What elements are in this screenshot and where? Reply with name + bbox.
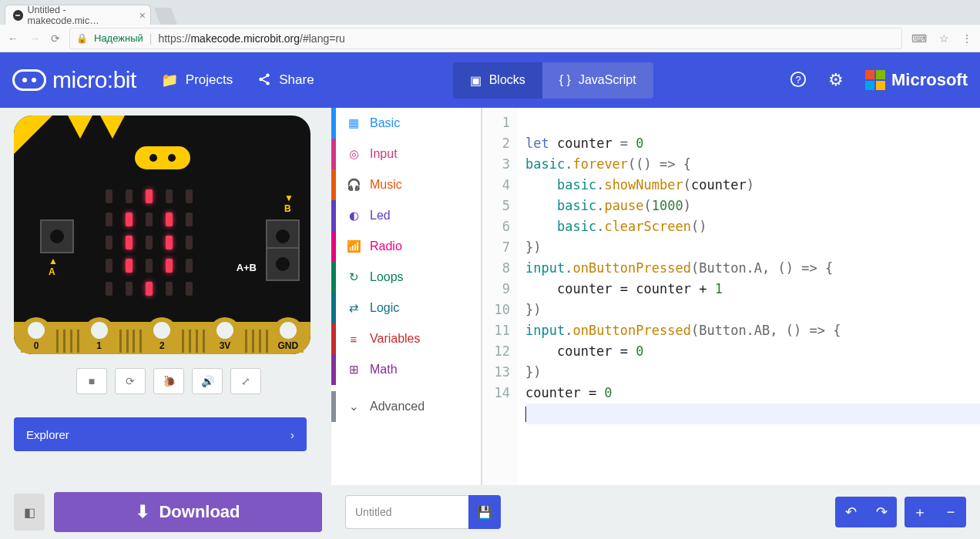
browser-tab[interactable]: Untitled - makecode.mic… × [5,5,151,25]
shuffle-icon: ⇄ [347,301,361,315]
microbit-logo[interactable]: micro:bit [12,67,136,93]
bottom-bar: ◧ ⬇ Download 💾 ↶ ↷ ＋ − [0,485,980,539]
address-bar: ← → ⟳ 🔒 Надежный | https://makecode.micr… [0,25,980,52]
zoom-group: ＋ − [904,497,966,527]
usb-connector-icon [135,146,190,169]
category-logic[interactable]: ⇄Logic [331,293,481,323]
explorer-label: Explorer [26,428,69,441]
line-gutter: 1234567891011121314 [482,108,518,485]
url-text: https://makecode.microbit.org/#lang=ru [158,32,344,45]
label-ab: A+B [237,262,257,273]
category-label: Loops [370,270,404,284]
microsoft-squares-icon [865,70,885,90]
category-label: Basic [370,116,400,130]
fullscreen-button[interactable]: ⤢ [230,368,261,394]
signal-icon: 📶 [347,239,361,253]
category-music[interactable]: 🎧Music [331,169,481,200]
category-math[interactable]: ⊞Math [331,354,481,385]
translate-icon[interactable]: ⌨ [911,32,927,45]
browser-tabstrip: Untitled - makecode.mic… × [0,0,980,25]
redo-button[interactable]: ↷ [866,497,897,527]
mute-button[interactable]: 🔊 [192,368,223,394]
back-icon[interactable]: ← [8,32,18,45]
blocks-tab[interactable]: ▣ Blocks [453,62,542,99]
app-header: micro:bit 📁 Projects Share ▣ Blocks { } … [0,52,980,108]
tab-title: Untitled - makecode.mic… [28,5,129,26]
javascript-tab[interactable]: { } JavaScript [542,62,653,99]
calculator-icon: ⊞ [347,363,361,377]
simulator-controls: ■ ⟳ 🐌 🔊 ⤢ [14,368,324,394]
zoom-in-button[interactable]: ＋ [904,497,935,527]
toggle-icon: ◐ [347,209,361,223]
lock-icon: 🔒 [76,33,88,44]
simulator-panel: A B A+B 0 1 2 3V GND [0,108,331,485]
favicon-icon [13,10,23,21]
pin-2[interactable]: 2 [146,317,177,353]
microsoft-logo[interactable]: Microsoft [865,70,968,90]
logo-emblem-icon [12,69,46,91]
pin-1[interactable]: 1 [84,317,115,353]
list-icon: ≡ [347,333,361,346]
category-basic[interactable]: ▦Basic [331,108,481,139]
snail-button[interactable]: 🐌 [153,368,184,394]
explorer-button[interactable]: Explorer › [14,417,307,451]
reload-icon[interactable]: ⟳ [51,32,60,45]
category-label: Advanced [370,400,425,413]
collapse-sim-button[interactable]: ◧ [14,494,45,531]
button-ab[interactable] [266,247,300,281]
pin-3v[interactable]: 3V [210,317,240,353]
menu-icon[interactable]: ⋮ [962,32,972,45]
category-radio[interactable]: 📶Radio [331,231,481,262]
edge-connector: 0 1 2 3V GND [14,316,310,354]
bookmark-icon[interactable]: ☆ [939,32,949,45]
download-button[interactable]: ⬇ Download [54,492,322,532]
pin-gnd[interactable]: GND [273,317,304,353]
category-sidebar: ▦Basic ◎Input 🎧Music ◐Led 📶Radio ↻Loops … [331,108,482,485]
blocks-label: Blocks [489,73,525,87]
category-variables[interactable]: ≡Variables [331,323,481,354]
headphones-icon: 🎧 [347,178,361,192]
led-matrix [99,185,199,300]
category-label: Led [370,209,391,223]
stop-button[interactable]: ■ [76,368,107,394]
category-label: Math [370,363,398,377]
save-button[interactable]: 💾 [468,495,501,529]
category-loops[interactable]: ↻Loops [331,262,481,293]
category-label: Music [370,178,402,192]
pin-0[interactable]: 0 [21,317,52,353]
category-input[interactable]: ◎Input [331,139,481,169]
share-button[interactable]: Share [257,72,314,89]
forward-icon[interactable]: → [29,32,40,45]
projects-button[interactable]: 📁 Projects [161,72,233,89]
button-a[interactable] [40,219,74,253]
zoom-out-button[interactable]: − [935,497,966,527]
url-input[interactable]: 🔒 Надежный | https://makecode.microbit.o… [69,28,902,49]
category-label: Radio [370,239,402,253]
label-a: A [49,256,58,277]
download-label: Download [159,502,240,522]
restart-button[interactable]: ⟳ [115,368,146,394]
category-label: Logic [370,301,399,315]
microbit-simulator[interactable]: A B A+B 0 1 2 3V GND [14,116,310,354]
category-led[interactable]: ◐Led [331,200,481,231]
chevron-right-icon: › [290,428,294,441]
category-advanced[interactable]: ⌄Advanced [331,391,481,422]
new-tab-button[interactable] [154,8,177,25]
project-name-input[interactable] [345,495,468,529]
editor-mode-toggle: ▣ Blocks { } JavaScript [453,62,653,99]
loop-icon: ↻ [347,270,361,284]
share-icon [257,72,271,89]
project-name-box: 💾 [345,495,501,529]
help-icon[interactable]: ? [790,70,807,90]
download-icon: ⬇ [136,502,149,522]
folder-icon: 📁 [161,72,178,89]
label-b: B [284,192,294,214]
code-editor[interactable]: 1234567891011121314 let counter = 0 basi… [482,108,980,485]
settings-icon[interactable]: ⚙ [828,70,844,90]
code-content[interactable]: let counter = 0 basic.forever(() => { ba… [518,108,980,485]
undo-button[interactable]: ↶ [835,497,866,527]
microsoft-label: Microsoft [891,70,968,90]
close-icon[interactable]: × [139,9,146,22]
share-label: Share [279,72,314,88]
target-icon: ◎ [347,147,361,161]
